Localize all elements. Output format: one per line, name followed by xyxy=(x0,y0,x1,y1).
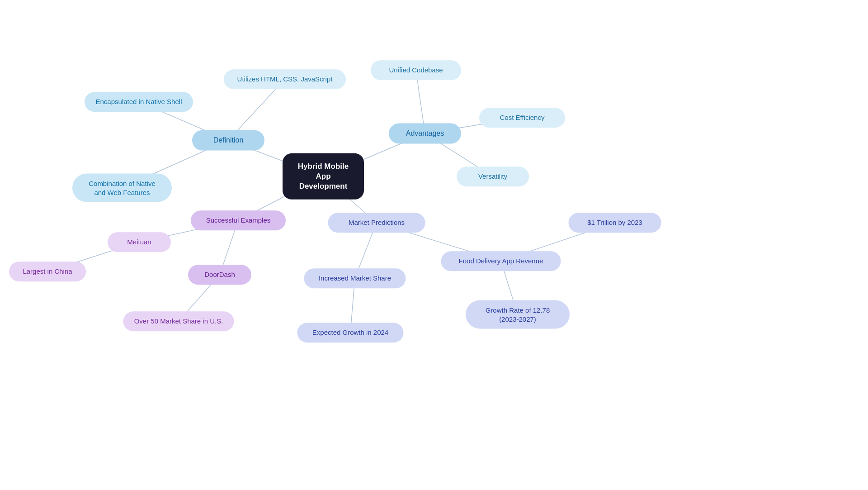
node-increased[interactable]: Increased Market Share xyxy=(304,268,406,288)
mindmap-container: Hybrid Mobile App DevelopmentDefinitionE… xyxy=(0,0,868,490)
node-food[interactable]: Food Delivery App Revenue xyxy=(441,251,561,271)
node-successful[interactable]: Successful Examples xyxy=(191,210,286,230)
node-trillion[interactable]: $1 Trillion by 2023 xyxy=(569,213,661,233)
node-meituan[interactable]: Meituan xyxy=(108,232,171,252)
node-combination[interactable]: Combination of Native and Web Features xyxy=(72,174,172,202)
node-advantages[interactable]: Advantages xyxy=(389,124,461,144)
node-definition[interactable]: Definition xyxy=(192,130,264,151)
node-largest[interactable]: Largest in China xyxy=(9,262,86,281)
center-node[interactable]: Hybrid Mobile App Development xyxy=(283,153,364,200)
node-growth[interactable]: Growth Rate of 12.78 (2023-2027) xyxy=(466,300,570,329)
node-versatility[interactable]: Versatility xyxy=(457,167,529,186)
node-market[interactable]: Market Predictions xyxy=(328,213,425,233)
node-encapsulated[interactable]: Encapsulated in Native Shell xyxy=(85,92,193,112)
node-expected[interactable]: Expected Growth in 2024 xyxy=(297,323,404,343)
node-cost[interactable]: Cost Efficiency xyxy=(479,108,565,128)
node-over50[interactable]: Over 50 Market Share in U.S. xyxy=(123,311,234,331)
node-unified[interactable]: Unified Codebase xyxy=(371,60,461,80)
node-utilizes[interactable]: Utilizes HTML, CSS, JavaScript xyxy=(224,69,346,89)
node-doordash[interactable]: DoorDash xyxy=(188,265,251,285)
